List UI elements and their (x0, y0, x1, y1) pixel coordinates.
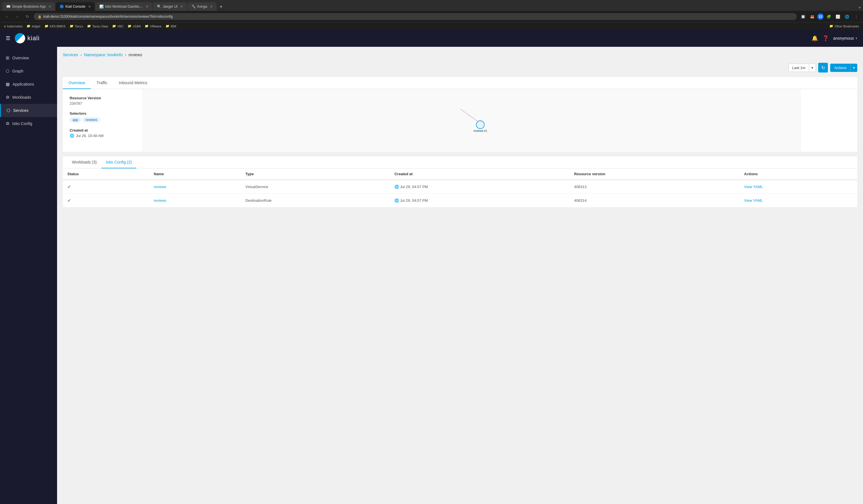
bookmark-vbc[interactable]: 📁VBC (111, 24, 125, 28)
sidebar-item-workloads[interactable]: ⚙ Workloads (0, 91, 57, 104)
row-name-link[interactable]: reviews (154, 198, 166, 203)
sidebar-item-applications[interactable]: ▦ Applications (0, 78, 57, 91)
table-header: Status Name Type Created at Resource ver… (63, 168, 857, 180)
bookmark-ledger[interactable]: 📁ledger (25, 24, 42, 28)
cell-actions: View YAML (739, 180, 857, 194)
bookmark-tanzu-data[interactable]: 📁Tanzu Data (86, 24, 109, 28)
resource-version-section: Resource Version 234787 (70, 96, 136, 105)
bookmark-kubernetes[interactable]: ⎈kubernetes (3, 24, 24, 28)
actions-button[interactable]: Actions ▾ (830, 64, 857, 72)
selectors-section: Selectors app reviews (70, 111, 136, 123)
row-name-link[interactable]: reviews (154, 185, 166, 189)
sidebar-icon-graph: ⬡ (6, 68, 10, 74)
tab-favicon: 📖 (6, 4, 10, 9)
detail-card: Overview Traffic Inbound Metrics Resourc… (63, 77, 857, 152)
hamburger-menu-button[interactable]: ☰ (6, 35, 10, 41)
breadcrumb-services[interactable]: Services (63, 52, 78, 57)
reload-button[interactable]: ↻ (23, 13, 32, 21)
notifications-button[interactable]: 🔔 (812, 35, 818, 41)
istio-config-card: Workloads (3) Istio Config (2) Status Na… (63, 156, 857, 207)
overview-info-panel: Resource Version 234787 Selectors app re… (63, 89, 143, 152)
tab-traffic[interactable]: Traffic (91, 77, 113, 89)
tab-close-button[interactable]: ✕ (146, 5, 148, 9)
bookmark-vmware[interactable]: 📁VMware (143, 24, 162, 28)
tab-close-button[interactable]: ✕ (49, 5, 51, 9)
sidebar-icon-services: ⬡ (7, 108, 10, 113)
selector-tag-app[interactable]: app (70, 117, 81, 123)
tab-label: Kiali Console (65, 4, 85, 9)
other-bookmarks[interactable]: 📁 Other Bookmarks (828, 24, 860, 28)
browser-tab-tab4[interactable]: 🔍 Jaeger UI ✕ (153, 2, 187, 11)
url-text: kiali-demo:31000/kiali/console/namespace… (43, 15, 173, 18)
sidebar-item-overview[interactable]: ⊞ Overview (0, 51, 57, 64)
istio-config-table: Status Name Type Created at Resource ver… (63, 168, 857, 207)
extension-btn-2[interactable]: 🦊 (808, 13, 816, 21)
sidebar-item-istio-config[interactable]: ⚙ Istio Config (0, 117, 57, 130)
app-title: kiali (27, 35, 40, 42)
browser-tab-tab1[interactable]: 📖 Simple Bookstore App ✕ (2, 2, 55, 11)
tab-favicon: 🔍 (157, 4, 161, 9)
svg-line-0 (460, 109, 480, 123)
svg-point-1 (476, 121, 484, 129)
tab-inbound-metrics[interactable]: Inbound Metrics (113, 77, 153, 89)
tab-close-button[interactable]: ✕ (88, 5, 91, 9)
tab-overview[interactable]: Overview (63, 77, 91, 89)
bookmark-label: Tanzu Data (92, 25, 108, 28)
extension-btn-1[interactable]: 🔲 (799, 13, 807, 21)
bookmark-vsan[interactable]: 📁vSAN (126, 24, 142, 28)
user-menu[interactable]: anonymous ▾ (833, 36, 857, 40)
browser-menu-button[interactable]: ⋮ (852, 13, 860, 21)
bookmark-folder-icon: 📁 (165, 24, 170, 28)
selector-tags: app reviews (70, 117, 136, 123)
col-type: Type (241, 168, 390, 180)
tab-label: Konga (197, 4, 207, 9)
bookmark-ibm[interactable]: 📁IBM (164, 24, 177, 28)
resource-version-label: Resource Version (70, 96, 136, 100)
svg-text:reviews-v1: reviews-v1 (473, 129, 487, 133)
selectors-label: Selectors (70, 111, 136, 116)
back-button[interactable]: ‹ (3, 13, 11, 21)
bookmark-label: ledger (32, 25, 40, 28)
forward-button[interactable]: › (13, 13, 21, 21)
browser-tabs: 📖 Simple Bookstore App ✕ 🔵 Kiali Console… (0, 0, 863, 11)
sidebar: ⊞ Overview ⬡ Graph ▦ Applications ⚙ Work… (0, 47, 57, 504)
tab-list-button[interactable]: ▾ (859, 5, 861, 10)
browser-tab-tab3[interactable]: 📊 Istio Workload Dashboard - Gr... ✕ (95, 2, 152, 11)
refresh-button[interactable]: ↻ (818, 63, 828, 73)
actions-chevron[interactable]: ▾ (850, 64, 857, 72)
browser-tab-tab5[interactable]: 🔧 Konga ✕ (188, 2, 216, 11)
url-bar[interactable]: 🔒 kiali-demo:31000/kiali/console/namespa… (34, 13, 797, 20)
view-yaml-link[interactable]: View YAML (744, 185, 763, 189)
breadcrumb-sep-1: › (80, 52, 82, 57)
extension-btn-5[interactable]: 🌐 (843, 13, 851, 21)
status-ok-icon: ✔ (67, 198, 71, 203)
bookmark-k8s-bmks[interactable]: 📁K8S-BMKS (43, 24, 67, 28)
view-yaml-link[interactable]: View YAML (744, 198, 763, 203)
time-range-chevron[interactable]: ▾ (809, 64, 816, 72)
graph-svg: reviews-v1 (443, 98, 500, 143)
graph-area: reviews-v1 (143, 89, 800, 152)
sub-tab-workloads[interactable]: Workloads (3) (67, 156, 101, 168)
tab-close-button[interactable]: ✕ (180, 5, 183, 9)
help-button[interactable]: ❓ (823, 35, 829, 41)
new-tab-button[interactable]: + (217, 3, 225, 11)
breadcrumb-current: reviews (128, 52, 142, 57)
sidebar-label-services: Services (13, 108, 28, 113)
sidebar-item-services[interactable]: ⬡ Services (0, 104, 57, 117)
extension-btn-3[interactable]: 🧩 (825, 13, 833, 21)
tab-close-button[interactable]: ✕ (210, 5, 213, 9)
bookmark-tanzu[interactable]: 📁Tanzu (68, 24, 84, 28)
selector-tag-reviews[interactable]: reviews (83, 117, 100, 123)
breadcrumb-namespace[interactable]: Namespace: bookinfo (84, 52, 123, 57)
tab-label: Jaeger UI (163, 4, 177, 9)
col-name: Name (149, 168, 241, 180)
sidebar-item-graph[interactable]: ⬡ Graph (0, 64, 57, 78)
bookmark-label: Tanzu (75, 25, 83, 28)
time-range-selector[interactable]: Last 1m ▾ (788, 64, 816, 72)
sub-tab-istio-config[interactable]: Istio Config (2) (101, 156, 136, 168)
profile-avatar[interactable]: 22 (817, 13, 824, 20)
lock-icon: 🔒 (38, 15, 42, 18)
bookmark-folder-icon: 📁 (127, 24, 132, 28)
extension-btn-4[interactable]: ⬜ (834, 13, 842, 21)
browser-tab-tab2[interactable]: 🔵 Kiali Console ✕ (55, 2, 95, 11)
